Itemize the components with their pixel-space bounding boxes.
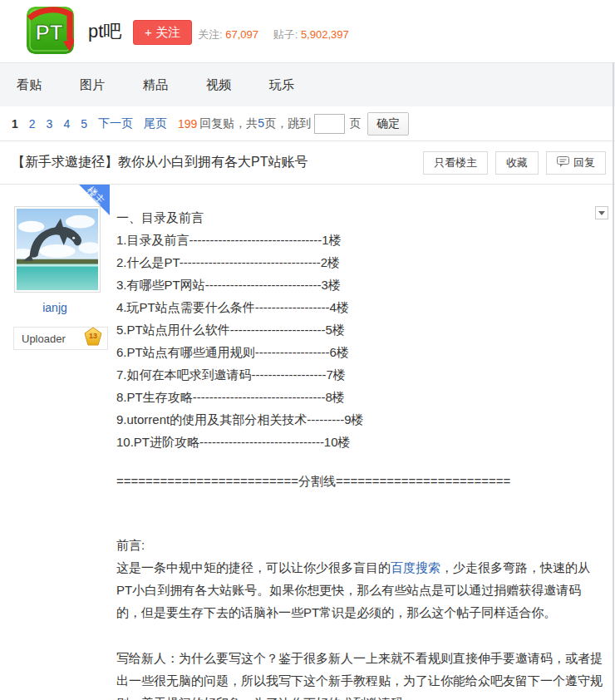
posts-label: 贴子: [273,28,298,41]
page-unit-label: 页 [349,116,361,131]
toc-line-4: 4.玩PT站点需要什么条件------------------4楼 [116,296,605,318]
tab-videos[interactable]: 视频 [206,77,231,93]
tab-see-posts[interactable]: 看贴 [17,77,42,93]
thread-title: 【新手求邀捷径】教你从小白到拥有各大PT站账号 [12,154,416,171]
reply-count-text: 回复贴，共5页，跳到 [199,116,311,131]
avatar[interactable] [14,206,101,293]
post-content: 一、目录及前言 1.目录及前言-------------------------… [110,185,615,700]
toc-line-2: 2.什么是PT---------------------------------… [116,251,605,274]
forum-title: pt吧 [88,19,121,44]
tab-fun[interactable]: 玩乐 [269,77,294,93]
toc-line-3: 3.有哪些PT网站----------------------------3楼 [116,274,605,296]
page-link-4[interactable]: 4 [63,117,70,131]
chevron-down-icon [598,211,605,215]
first-floor-post: 楼主 [0,185,615,700]
tieba-page: PT pt吧 + 关注 关注: 67,097 贴子: 5,902,397 看贴 … [0,0,615,700]
svg-text:PT: PT [35,20,62,45]
forum-header: PT pt吧 + 关注 关注: 67,097 贴子: 5,902,397 [0,0,615,62]
follow-button[interactable]: + 关注 [133,20,192,45]
only-op-button[interactable]: 只看楼主 [423,151,488,175]
tab-featured[interactable]: 精品 [143,77,168,93]
jump-to-page-input[interactable] [314,114,345,134]
favorite-button[interactable]: 收藏 [495,151,539,175]
page-link-3[interactable]: 3 [47,117,53,131]
toc-line-10: 10.PT进阶攻略------------------------------1… [116,431,605,453]
confirm-button[interactable]: 确定 [367,112,409,136]
baidu-search-link[interactable]: 百度搜索 [391,560,440,574]
reply-bubble-icon [557,156,569,170]
toc-line-9: 9.utorrent的使用及其部分相关技术---------9楼 [116,408,605,431]
posts-count: 5,902,397 [301,28,349,41]
newbie-paragraph: 写给新人：为什么要写这个？鉴于很多新人一上来就不看规则直接伸手要邀请码，或者提出… [116,647,605,700]
followers-count: 67,097 [225,28,258,41]
uploader-badge[interactable]: Uploader 13 [13,327,108,350]
page-link-2[interactable]: 2 [29,117,36,131]
page-right-border [613,62,614,700]
total-pages: 5 [258,116,264,130]
uploader-badge-label: Uploader [22,333,66,345]
toc-line-1: 1.目录及前言--------------------------------1… [116,229,605,251]
preface-paragraph: 这是一条中规中矩的捷径，可以让你少很多盲目的百度搜索，少走很多弯路，快速的从PT… [116,556,605,624]
toc-line-8: 8.PT生存攻略--------------------------------… [116,386,605,408]
page-link-5[interactable]: 5 [81,117,87,131]
forum-nav: 看贴 图片 精品 视频 玩乐 [0,62,615,106]
uploader-level-badge-icon: 13 [83,327,103,350]
pagination-bar: 1 2 3 4 5 下一页 尾页 199 回复贴，共5页，跳到 页 确定 [0,106,615,140]
thread-title-row: 【新手求邀捷径】教你从小白到拥有各大PT站账号 只看楼主 收藏 回复 [0,140,615,185]
forum-stats: 关注: 67,097 贴子: 5,902,397 [198,27,349,42]
forum-logo-icon[interactable]: PT [27,7,74,54]
collapse-post-button[interactable] [595,206,608,219]
toc-line-6: 6.PT站点有哪些通用规则------------------6楼 [116,341,605,363]
tab-pictures[interactable]: 图片 [80,77,105,93]
preface-label: 前言: [116,534,605,556]
svg-text:13: 13 [89,332,97,340]
toc-line-7: 7.如何在本吧求到邀请码------------------7楼 [116,363,605,386]
toc-line-5: 5.PT站点用什么软件-----------------------5楼 [116,318,605,341]
last-page-link[interactable]: 尾页 [144,116,167,131]
author-username[interactable]: ianjg [0,301,110,314]
next-page-link[interactable]: 下一页 [98,116,133,131]
page-current: 1 [12,117,18,131]
author-column: 楼主 [0,185,110,700]
followers-label: 关注: [198,28,223,41]
post-heading: 一、目录及前言 [116,206,605,229]
reply-count: 199 [178,117,197,131]
reply-button[interactable]: 回复 [546,151,606,175]
divider-line: =========================分割线============… [116,470,605,492]
